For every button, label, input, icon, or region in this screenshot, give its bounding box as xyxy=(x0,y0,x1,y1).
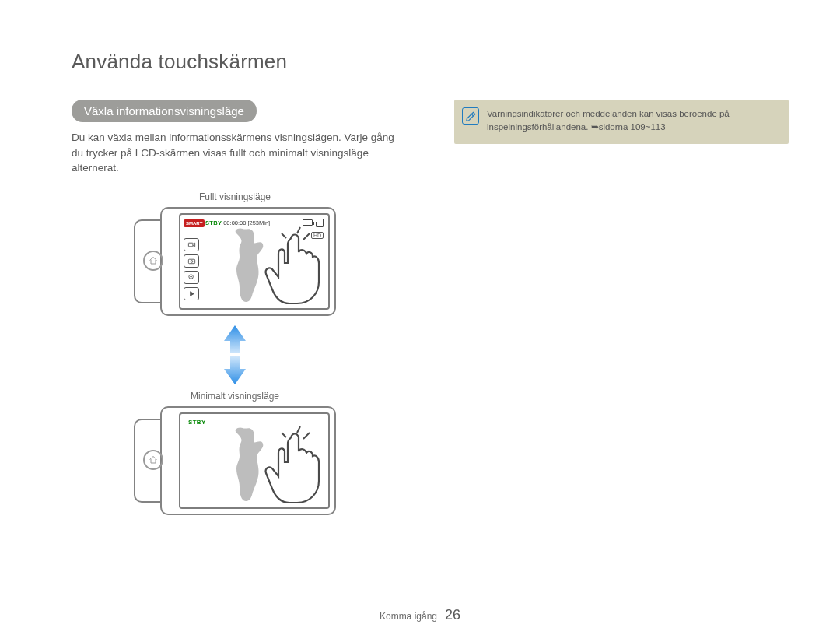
two-column-layout: Växla informationsvisningsläge Du kan vä… xyxy=(72,100,786,515)
note-text: Varningsindikatorer och meddelanden kan … xyxy=(487,107,778,133)
svg-rect-0 xyxy=(188,243,193,247)
video-mode-icon xyxy=(184,238,199,251)
play-icon xyxy=(184,287,199,300)
standby-label: STBY xyxy=(188,419,206,426)
footer-section: Komma igång xyxy=(380,611,437,622)
svg-rect-1 xyxy=(188,259,194,264)
zoom-icon xyxy=(184,271,199,284)
note-icon xyxy=(462,107,479,125)
section-body-text: Du kan växla mellan informationsskärmens… xyxy=(72,130,398,176)
page: Använda touchskärmen Växla informationsv… xyxy=(0,0,840,642)
note-box: Varningsindikatorer och meddelanden kan … xyxy=(454,100,789,144)
note-page-ref: sidorna 109~113 xyxy=(599,122,666,132)
side-icon-column xyxy=(184,238,199,300)
right-column: Varningsindikatorer och meddelanden kan … xyxy=(454,100,781,515)
title-rule xyxy=(72,82,786,82)
photo-mode-icon xyxy=(184,254,199,268)
page-title: Använda touchskärmen xyxy=(72,50,786,74)
smart-mode-chip: SMART xyxy=(184,219,205,227)
note-ref-arrow: ➥ xyxy=(591,122,599,132)
lcd-screen-minimal: STBY xyxy=(179,412,330,509)
svg-point-2 xyxy=(191,260,193,262)
illustration-group: Fullt visningsläge SMART STBY xyxy=(72,176,398,515)
left-column: Växla informationsvisningsläge Du kan vä… xyxy=(72,100,398,515)
page-footer: Komma igång 26 xyxy=(0,607,840,623)
touch-hand-icon xyxy=(258,422,325,507)
footer-page-number: 26 xyxy=(445,607,460,623)
lcd-screen-full: SMART STBY 00:00:00 [253Min] xyxy=(179,213,330,310)
toggle-arrow-icon xyxy=(219,324,250,386)
touch-hand-icon xyxy=(258,223,325,308)
caption-minimal-mode: Minimalt visningsläge xyxy=(191,391,279,402)
home-icon xyxy=(149,455,158,465)
device-illustration-full: SMART STBY 00:00:00 [253Min] xyxy=(134,207,336,316)
section-heading-pill: Växla informationsvisningsläge xyxy=(72,100,257,122)
home-button xyxy=(143,251,163,271)
caption-full-mode: Fullt visningsläge xyxy=(199,191,271,202)
device-illustration-minimal: STBY xyxy=(134,406,336,515)
home-button xyxy=(143,450,163,470)
content-area: Använda touchskärmen Växla informationsv… xyxy=(72,50,786,515)
standby-label: STBY xyxy=(205,219,222,226)
home-icon xyxy=(149,256,158,265)
